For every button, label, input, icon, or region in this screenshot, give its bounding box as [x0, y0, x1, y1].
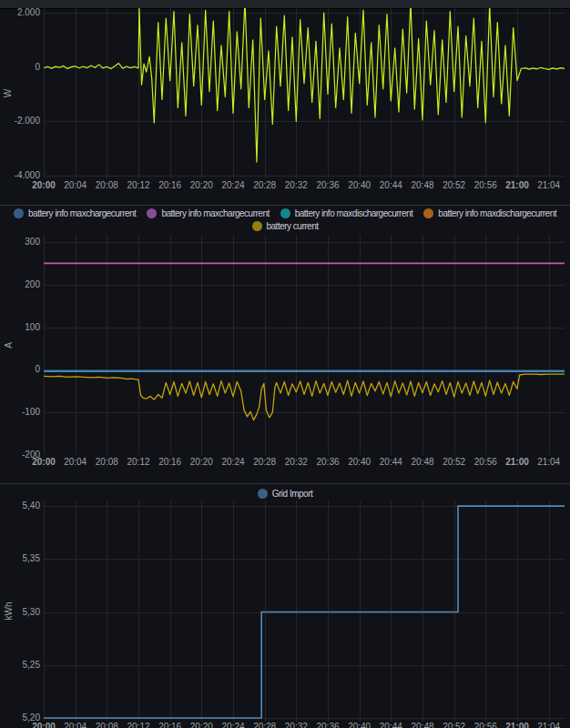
legend-item-battery-info-maxdischargecurrent[interactable]: battery info maxdischargecurrent	[423, 208, 556, 218]
legend-color-dot	[147, 208, 157, 218]
y-tick-label: -4.000	[15, 170, 40, 180]
grafana-dashboard: W 2.0000-2.000-4.000 20:0020:0420:0820:1…	[0, 0, 570, 728]
legend-label: battery info maxdischargecurrent	[438, 208, 556, 218]
series-line-battery-current	[44, 374, 565, 420]
series-line-grid-import	[44, 506, 565, 718]
legend-label: battery current	[267, 221, 319, 231]
y-tick-label: 5,40	[23, 500, 40, 511]
y-tick-label: 0	[35, 62, 40, 72]
legend-color-dot	[423, 208, 433, 218]
x-axis-ticks: 20:0020:0420:0820:1220:1620:2020:2420:28…	[44, 722, 565, 728]
y-tick-label: 2.000	[17, 7, 40, 17]
y-tick-label: 0	[35, 364, 40, 374]
x-axis-ticks: 20:0020:0420:0820:1220:1620:2020:2420:28…	[44, 457, 565, 468]
y-tick-label: 5,35	[23, 553, 40, 563]
panel-divider	[0, 205, 570, 206]
x-tick-label: 21:04	[529, 722, 569, 728]
legend-color-dot	[252, 221, 262, 231]
x-tick-label: 21:04	[529, 457, 569, 467]
legend-label: battery info maxchargecurrent	[161, 208, 269, 218]
legend-label: battery info maxchargecurrent	[28, 208, 136, 218]
legend-item-battery-info-maxdischargecurrent[interactable]: battery info maxdischargecurrent	[280, 208, 413, 218]
legend-label: Grid Import	[272, 489, 313, 499]
x-axis-ticks: 20:0020:0420:0820:1220:1620:2020:2420:28…	[44, 180, 565, 191]
legend-item-battery-info-maxchargecurrent[interactable]: battery info maxchargecurrent	[147, 208, 269, 218]
y-axis-ticks: 3002001000-100-200	[0, 235, 40, 455]
y-tick-label: 200	[25, 279, 40, 289]
y-tick-label: -2.000	[15, 116, 40, 126]
x-tick-label: 21:04	[529, 180, 569, 190]
legend-label: battery info maxdischargecurrent	[295, 208, 413, 218]
legend-color-dot	[14, 208, 24, 218]
plot-area-2[interactable]	[44, 500, 565, 722]
y-tick-label: 5,30	[23, 607, 40, 617]
legend-color-dot	[280, 208, 290, 218]
y-tick-label: 300	[25, 237, 40, 247]
y-axis-ticks: 2.0000-2.000-4.000	[0, 8, 40, 178]
y-tick-label: -100	[22, 407, 40, 417]
legend-battery-current: battery info maxchargecurrentbattery inf…	[0, 208, 570, 231]
y-tick-label: 100	[25, 322, 40, 332]
legend-color-dot	[258, 489, 268, 499]
y-axis-ticks: 5,405,355,305,255,20	[0, 500, 40, 722]
series-line-battery-power	[44, 8, 565, 162]
plot-area-0[interactable]	[44, 8, 565, 178]
legend-item-battery-current[interactable]: battery current	[252, 221, 319, 231]
y-tick-label: 5,25	[23, 660, 40, 670]
legend-grid-import: Grid Import	[0, 489, 570, 499]
panel-divider	[0, 483, 570, 484]
legend-item-battery-info-maxchargecurrent[interactable]: battery info maxchargecurrent	[14, 208, 136, 218]
plot-area-1[interactable]	[44, 235, 565, 455]
legend-item-grid-import[interactable]: Grid Import	[258, 489, 313, 499]
